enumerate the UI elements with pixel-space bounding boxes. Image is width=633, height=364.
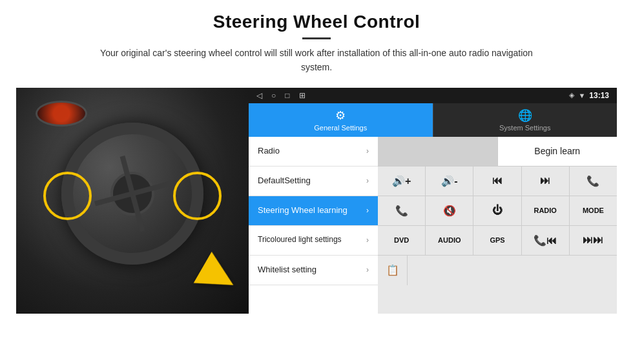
phone-prev-icon: 📞⏮ bbox=[534, 234, 557, 247]
last-row: 📋 bbox=[378, 256, 617, 285]
chevron-icon: › bbox=[366, 176, 369, 185]
page-title: Steering Wheel Control bbox=[84, 12, 549, 32]
power-button[interactable]: ⏻ bbox=[473, 196, 521, 225]
main-content: Radio › DefaultSetting › Steering Wheel … bbox=[249, 137, 617, 314]
volume-down-button[interactable]: 🔊- bbox=[426, 167, 473, 196]
phone-button[interactable]: 📞 bbox=[570, 167, 617, 196]
menu-item-whitelist[interactable]: Whitelist setting › bbox=[249, 256, 378, 285]
phone-icon: 📞 bbox=[586, 175, 599, 187]
general-settings-icon: ⚙ bbox=[335, 108, 346, 123]
mode-button[interactable]: MODE bbox=[570, 196, 617, 225]
recent-icon[interactable]: □ bbox=[285, 91, 289, 100]
page-subtitle: Your original car's steering wheel contr… bbox=[84, 46, 549, 75]
button-row-1: 🔊+ 🔊- ⏮ ⏭ 📞 bbox=[378, 167, 617, 196]
status-icons: ◈ ▼ 13:13 bbox=[569, 91, 609, 100]
title-divider bbox=[302, 37, 331, 39]
list-icon: 📋 bbox=[386, 264, 399, 276]
phone-prev-button[interactable]: 📞⏮ bbox=[522, 226, 570, 255]
mute-button[interactable]: 🔇 bbox=[426, 196, 473, 225]
power-icon: ⏻ bbox=[492, 205, 503, 216]
volume-up-icon: 🔊+ bbox=[392, 175, 411, 187]
next-track-icon: ⏭ bbox=[540, 175, 550, 187]
menu-icon[interactable]: ⊞ bbox=[299, 91, 306, 100]
list-icon-button[interactable]: 📋 bbox=[378, 256, 408, 285]
skip-button[interactable]: ⏭⏭ bbox=[570, 226, 617, 255]
dvd-label: DVD bbox=[394, 236, 409, 244]
title-section: Steering Wheel Control Your original car… bbox=[84, 12, 549, 84]
steering-wheel-image bbox=[16, 88, 249, 314]
tab-general-label: General Settings bbox=[314, 124, 367, 132]
mute-icon: 🔇 bbox=[443, 205, 456, 217]
content-area: ◁ ○ □ ⊞ ◈ ▼ 13:13 ⚙ General Settings bbox=[16, 88, 617, 314]
back-icon[interactable]: ◁ bbox=[256, 91, 262, 100]
menu-list: Radio › DefaultSetting › Steering Wheel … bbox=[249, 137, 378, 314]
tab-bar: ⚙ General Settings 🌐 System Settings bbox=[249, 103, 617, 137]
menu-item-radio[interactable]: Radio › bbox=[249, 137, 378, 167]
status-bar: ◁ ○ □ ⊞ ◈ ▼ 13:13 bbox=[249, 88, 617, 103]
audio-label: AUDIO bbox=[438, 236, 461, 244]
menu-item-defaultsetting[interactable]: DefaultSetting › bbox=[249, 167, 378, 196]
skip-icon: ⏭⏭ bbox=[583, 234, 603, 246]
chevron-icon: › bbox=[366, 265, 369, 274]
dvd-button[interactable]: DVD bbox=[378, 226, 426, 255]
mode-label: MODE bbox=[583, 207, 604, 214]
prev-track-icon: ⏮ bbox=[492, 175, 503, 187]
home-icon[interactable]: ○ bbox=[271, 91, 276, 100]
right-button-highlight bbox=[173, 172, 222, 220]
android-ui: ◁ ○ □ ⊞ ◈ ▼ 13:13 ⚙ General Settings bbox=[249, 88, 617, 314]
begin-learn-button[interactable]: Begin learn bbox=[498, 137, 617, 166]
menu-item-steering-wheel[interactable]: Steering Wheel learning › bbox=[249, 196, 378, 226]
volume-down-icon: 🔊- bbox=[441, 175, 457, 187]
empty-slot bbox=[378, 137, 498, 166]
wifi-icon: ▼ bbox=[578, 92, 585, 99]
time-display: 13:13 bbox=[589, 91, 609, 100]
button-row-2: 📞 🔇 ⏻ RADIO MODE bbox=[378, 196, 617, 226]
location-icon: ◈ bbox=[569, 91, 574, 99]
hangup-icon: 📞 bbox=[395, 205, 408, 217]
prev-track-button[interactable]: ⏮ bbox=[473, 167, 521, 196]
tab-system-label: System Settings bbox=[499, 124, 550, 132]
system-settings-icon: 🌐 bbox=[518, 108, 532, 123]
volume-up-button[interactable]: 🔊+ bbox=[378, 167, 426, 196]
top-row: Begin learn bbox=[378, 137, 617, 167]
nav-icons: ◁ ○ □ ⊞ bbox=[256, 91, 306, 100]
gps-button[interactable]: GPS bbox=[473, 226, 521, 255]
chevron-icon: › bbox=[366, 206, 369, 215]
radio-label: RADIO bbox=[534, 207, 556, 214]
left-button-highlight bbox=[43, 172, 92, 220]
menu-item-tricoloured[interactable]: Tricoloured light settings › bbox=[249, 226, 378, 256]
chevron-icon: › bbox=[366, 236, 369, 245]
chevron-icon: › bbox=[366, 147, 369, 156]
button-panel: Begin learn 🔊+ 🔊- ⏮ bbox=[378, 137, 617, 314]
tab-system-settings[interactable]: 🌐 System Settings bbox=[433, 103, 617, 137]
direction-arrow bbox=[200, 258, 236, 294]
next-track-button[interactable]: ⏭ bbox=[522, 167, 570, 196]
gps-label: GPS bbox=[490, 236, 504, 244]
hangup-button[interactable]: 📞 bbox=[378, 196, 426, 225]
audio-button[interactable]: AUDIO bbox=[426, 226, 473, 255]
button-row-3: DVD AUDIO GPS 📞⏮ ⏭⏭ bbox=[378, 226, 617, 256]
tab-general-settings[interactable]: ⚙ General Settings bbox=[249, 103, 433, 137]
radio-button[interactable]: RADIO bbox=[522, 196, 570, 225]
page-container: Steering Wheel Control Your original car… bbox=[0, 0, 633, 364]
